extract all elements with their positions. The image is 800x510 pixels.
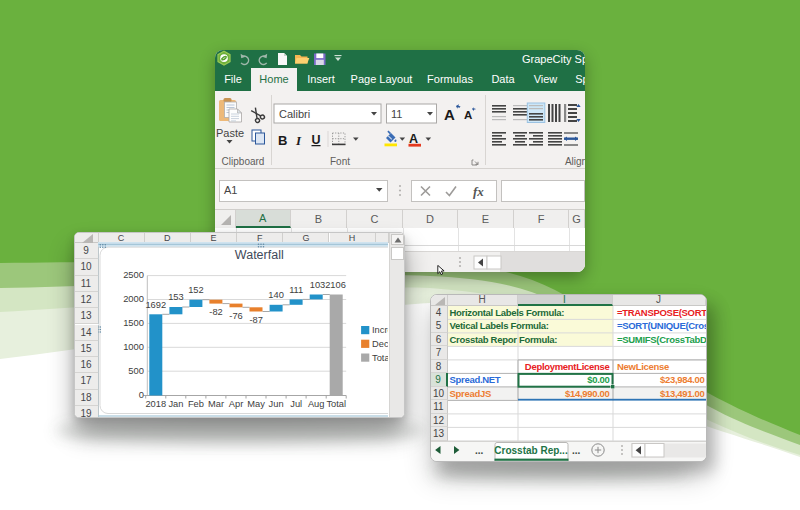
svg-text:500: 500: [128, 365, 144, 376]
svg-text:-87: -87: [249, 315, 262, 325]
svg-text:1000: 1000: [123, 341, 144, 352]
svg-text:-76: -76: [229, 311, 242, 321]
svg-text:A: A: [464, 109, 472, 121]
svg-text:...: ...: [475, 445, 484, 456]
svg-text:2000: 2000: [123, 293, 144, 304]
svg-text:Calibri: Calibri: [279, 108, 310, 120]
svg-text:Decrease: Decrease: [372, 339, 389, 349]
svg-text:Increase: Increase: [372, 325, 389, 335]
svg-text:2018: 2018: [145, 399, 166, 409]
svg-text:...: ...: [572, 445, 581, 456]
svg-text:103: 103: [309, 280, 325, 290]
svg-text:Crosstab Rep...: Crosstab Rep...: [494, 445, 568, 456]
svg-text:Jun: Jun: [268, 399, 283, 409]
svg-text:A: A: [444, 106, 455, 123]
svg-text:11: 11: [391, 108, 402, 120]
svg-text:Jul: Jul: [290, 399, 302, 409]
svg-text:1692: 1692: [145, 300, 166, 310]
svg-text:153: 153: [168, 292, 184, 302]
svg-text:Mar: Mar: [207, 399, 223, 409]
svg-text:152: 152: [188, 285, 204, 295]
svg-text:Waterfall: Waterfall: [234, 248, 283, 262]
svg-text:-82: -82: [209, 307, 222, 317]
svg-text:Apr: Apr: [228, 399, 242, 409]
svg-text:I: I: [295, 133, 302, 148]
svg-text:fx: fx: [473, 184, 484, 199]
svg-text:Total: Total: [372, 353, 389, 363]
svg-text:Jan: Jan: [168, 399, 183, 409]
svg-text:May: May: [247, 399, 265, 409]
svg-text:2500: 2500: [123, 269, 144, 280]
svg-text:Feb: Feb: [187, 399, 203, 409]
svg-text:B: B: [278, 133, 287, 148]
svg-text:U: U: [312, 133, 321, 147]
svg-text:1500: 1500: [123, 317, 144, 328]
svg-text:Aug: Aug: [307, 399, 324, 409]
svg-text:140: 140: [268, 290, 284, 300]
svg-text:2106: 2106: [325, 280, 346, 290]
svg-text:Total: Total: [326, 399, 346, 409]
svg-text:111: 111: [289, 285, 303, 295]
svg-text:0: 0: [138, 389, 143, 400]
